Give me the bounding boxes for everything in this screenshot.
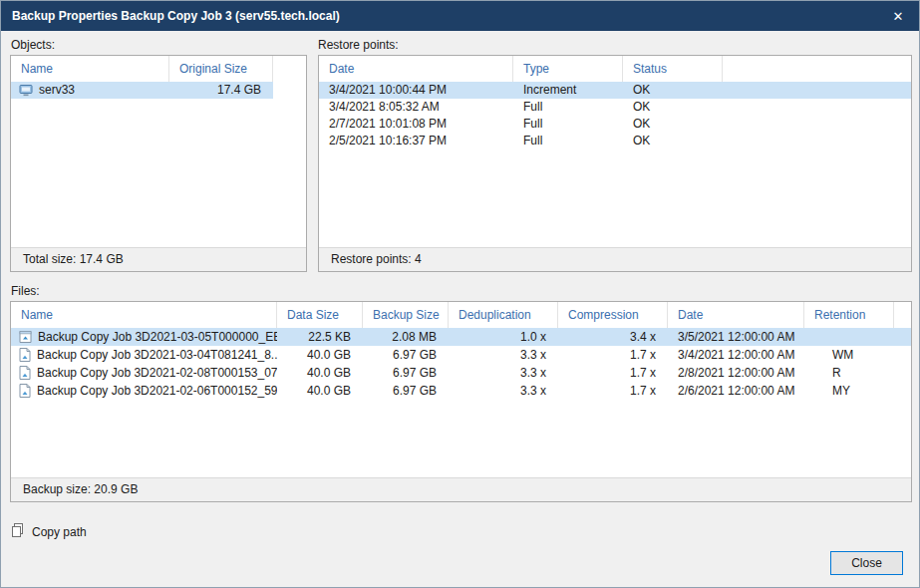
- close-button[interactable]: Close: [830, 551, 903, 575]
- file-retention: MY: [804, 382, 894, 400]
- restore-col-type[interactable]: Type: [513, 56, 623, 82]
- title-bar[interactable]: Backup Properties Backup Copy Job 3 (ser…: [1, 1, 919, 31]
- restore-point-row[interactable]: 3/4/2021 10:00:44 PM Increment OK: [319, 82, 911, 99]
- files-footer: Backup size: 20.9 GB: [11, 477, 911, 501]
- restore-type: Increment: [513, 82, 623, 99]
- file-data-size: 40.0 GB: [277, 364, 363, 382]
- restore-points-label: Restore points:: [318, 38, 399, 52]
- files-label: Files:: [11, 284, 40, 298]
- file-retention: [804, 328, 894, 346]
- file-retention: R: [804, 364, 894, 382]
- file-date: 3/4/2021 12:00:00 AM: [668, 346, 804, 364]
- files-col-compression[interactable]: Compression: [558, 302, 668, 328]
- file-backup-size: 2.08 MB: [363, 328, 449, 346]
- file-date: 2/8/2021 12:00:00 AM: [668, 364, 804, 382]
- objects-header: Name Original Size: [11, 56, 306, 82]
- files-col-backup-size[interactable]: Backup Size: [363, 302, 449, 328]
- objects-name: serv33: [39, 82, 75, 99]
- close-icon[interactable]: ✕: [877, 1, 919, 31]
- backup-file-icon: [19, 366, 31, 380]
- files-col-deduplication[interactable]: Deduplication: [449, 302, 558, 328]
- files-col-filler: [894, 302, 911, 328]
- file-name-cell: Backup Copy Job 3D2021-03-05T000000_EB..…: [11, 328, 277, 346]
- backup-metadata-file-icon: [19, 330, 32, 344]
- file-compression: 3.4 x: [558, 328, 668, 346]
- file-row[interactable]: Backup Copy Job 3D2021-03-04T081241_8...…: [11, 346, 911, 364]
- backup-properties-dialog: Backup Properties Backup Copy Job 3 (ser…: [0, 0, 920, 588]
- files-col-name[interactable]: Name: [11, 302, 277, 328]
- restore-status: OK: [623, 116, 723, 133]
- files-panel: Name Data Size Backup Size Deduplication…: [10, 301, 912, 502]
- file-backup-size: 6.97 GB: [363, 346, 449, 364]
- file-row[interactable]: Backup Copy Job 3D2021-03-05T000000_EB..…: [11, 328, 911, 346]
- objects-original-size: 17.4 GB: [169, 82, 273, 99]
- restore-type: Full: [513, 116, 623, 133]
- objects-row-serv33[interactable]: serv33 17.4 GB: [11, 82, 273, 99]
- copy-path-button[interactable]: Copy path: [11, 523, 87, 541]
- file-compression: 1.7 x: [558, 364, 668, 382]
- restore-date: 2/7/2021 10:01:08 PM: [319, 116, 513, 133]
- files-col-retention[interactable]: Retention: [804, 302, 894, 328]
- file-name-cell: Backup Copy Job 3D2021-02-06T000152_59..…: [11, 382, 277, 400]
- file-name: Backup Copy Job 3D2021-02-06T000152_59..…: [37, 382, 277, 400]
- objects-footer: Total size: 17.4 GB: [11, 247, 306, 271]
- restore-header: Date Type Status: [319, 56, 911, 82]
- restore-col-date[interactable]: Date: [319, 56, 513, 82]
- file-data-size: 22.5 KB: [277, 328, 363, 346]
- restore-points-panel: Date Type Status 3/4/2021 10:00:44 PM In…: [318, 55, 912, 272]
- restore-date: 3/4/2021 8:05:32 AM: [319, 99, 513, 116]
- file-row[interactable]: Backup Copy Job 3D2021-02-08T000153_07..…: [11, 364, 911, 382]
- files-header: Name Data Size Backup Size Deduplication…: [11, 302, 911, 328]
- objects-label: Objects:: [11, 38, 55, 52]
- file-name-cell: Backup Copy Job 3D2021-03-04T081241_8...: [11, 346, 277, 364]
- file-name: Backup Copy Job 3D2021-02-08T000153_07..…: [37, 364, 277, 382]
- file-deduplication: 3.3 x: [449, 346, 558, 364]
- file-deduplication: 3.3 x: [449, 364, 558, 382]
- restore-footer: Restore points: 4: [319, 247, 911, 271]
- copy-path-label: Copy path: [32, 525, 87, 539]
- file-date: 2/6/2021 12:00:00 AM: [668, 382, 804, 400]
- file-name: Backup Copy Job 3D2021-03-05T000000_EB..…: [38, 328, 277, 346]
- restore-date: 2/5/2021 10:16:37 PM: [319, 133, 513, 149]
- restore-point-row[interactable]: 2/7/2021 10:01:08 PM Full OK: [319, 116, 911, 133]
- restore-status: OK: [623, 82, 723, 99]
- objects-col-original-size[interactable]: Original Size: [169, 56, 273, 82]
- restore-point-row[interactable]: 2/5/2021 10:16:37 PM Full OK: [319, 133, 911, 149]
- file-name: Backup Copy Job 3D2021-03-04T081241_8...: [37, 346, 277, 364]
- objects-panel: Name Original Size serv33 17.4 GB Total …: [10, 55, 307, 272]
- file-row[interactable]: Backup Copy Job 3D2021-02-06T000152_59..…: [11, 382, 911, 400]
- files-col-date[interactable]: Date: [668, 302, 804, 328]
- restore-status: OK: [623, 99, 723, 116]
- file-deduplication: 3.3 x: [449, 382, 558, 400]
- file-backup-size: 6.97 GB: [363, 364, 449, 382]
- window-title: Backup Properties Backup Copy Job 3 (ser…: [1, 9, 340, 23]
- restore-col-status[interactable]: Status: [623, 56, 723, 82]
- file-deduplication: 1.0 x: [449, 328, 558, 346]
- backup-file-icon: [19, 348, 31, 362]
- backup-file-icon: [19, 384, 31, 398]
- file-data-size: 40.0 GB: [277, 382, 363, 400]
- restore-point-row[interactable]: 3/4/2021 8:05:32 AM Full OK: [319, 99, 911, 116]
- file-date: 3/5/2021 12:00:00 AM: [668, 328, 804, 346]
- files-col-data-size[interactable]: Data Size: [277, 302, 363, 328]
- restore-type: Full: [513, 133, 623, 149]
- file-retention: WM: [804, 346, 894, 364]
- file-name-cell: Backup Copy Job 3D2021-02-08T000153_07..…: [11, 364, 277, 382]
- restore-status: OK: [623, 133, 723, 149]
- file-backup-size: 6.97 GB: [363, 382, 449, 400]
- objects-col-filler: [273, 56, 306, 82]
- restore-col-filler: [723, 56, 911, 82]
- file-compression: 1.7 x: [558, 346, 668, 364]
- restore-type: Full: [513, 99, 623, 116]
- restore-date: 3/4/2021 10:00:44 PM: [319, 82, 513, 99]
- objects-col-name[interactable]: Name: [11, 56, 169, 82]
- objects-name-cell: serv33: [11, 82, 169, 99]
- file-data-size: 40.0 GB: [277, 346, 363, 364]
- copy-icon: [11, 523, 24, 541]
- vm-icon: [19, 84, 33, 97]
- file-compression: 1.7 x: [558, 382, 668, 400]
